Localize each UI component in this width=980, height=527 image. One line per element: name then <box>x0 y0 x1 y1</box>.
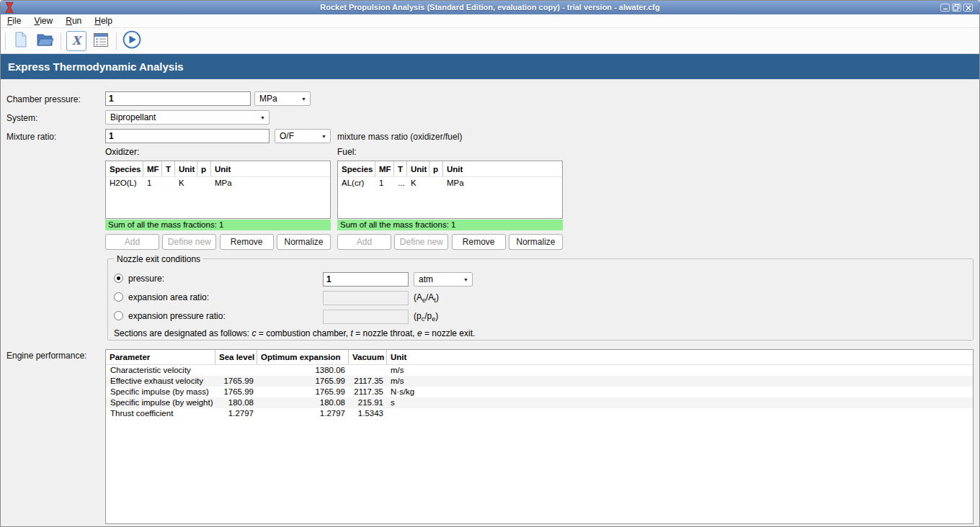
menu-help[interactable]: Help <box>88 15 119 27</box>
fuel-remove-button[interactable]: Remove <box>452 234 506 250</box>
mixture-ratio-input[interactable] <box>105 129 270 143</box>
species-row[interactable]: H2O(L)1KMPa <box>106 177 330 189</box>
column-header-t: T <box>162 161 175 176</box>
cell: 2117.35 <box>349 376 387 387</box>
cell: 1765.99 <box>215 387 257 397</box>
oxidizer-define-new-button[interactable]: Define new <box>162 234 216 250</box>
system-select[interactable]: Bipropellant ▼ <box>105 110 270 125</box>
minimize-button[interactable] <box>940 4 950 12</box>
run-button[interactable] <box>122 31 142 51</box>
menu-run[interactable]: Run <box>59 15 88 27</box>
column-header-p: p <box>429 161 443 176</box>
oxidizer-add-button[interactable]: Add <box>105 234 159 250</box>
nozzle-expansion-pressure-ratio-input[interactable] <box>323 310 409 324</box>
cell: 1.2797 <box>215 408 257 419</box>
fuel-normalize-button[interactable]: Normalize <box>509 234 563 250</box>
cell <box>429 177 443 189</box>
cell: 180.08 <box>257 397 349 408</box>
mixture-ratio-note: mixture mass ratio (oxidizer/fuel) <box>337 132 462 142</box>
column-header-vacuum: Vacuum <box>349 350 387 364</box>
chevron-down-icon: ▼ <box>463 274 468 286</box>
cell: 1 <box>375 177 394 189</box>
fuel-section: Fuel:SpeciesMFTUnitpUnitAL(cr)1...KMPaSu… <box>337 147 563 255</box>
sections-note: Sections are designated as follows: c = … <box>114 328 475 338</box>
nozzle-pressure-unit-select[interactable]: atm▼ <box>414 272 473 287</box>
cell: Specific impulse (by mass) <box>106 387 215 397</box>
selected-value: O/F <box>280 131 294 141</box>
oxidizer-section: Oxidizer:SpeciesMFTUnitpUnitH2O(L)1KMPaS… <box>105 147 331 255</box>
fuel-species-table: SpeciesMFTUnitpUnitAL(cr)1...KMPa <box>337 161 563 219</box>
menu-file[interactable]: File <box>1 15 27 27</box>
cell: 1765.99 <box>257 376 349 387</box>
oxidizer-mass-fraction-sum: Sum of all the mass fractions: 1 <box>105 220 331 230</box>
nozzle-expansion-pressure-ratio-suffix: (pc/pe) <box>414 311 438 324</box>
new-file-button[interactable] <box>11 31 31 51</box>
restore-button[interactable] <box>952 4 961 12</box>
run-play-icon <box>122 30 141 51</box>
chevron-down-icon: ▼ <box>321 130 326 143</box>
species-list-icon <box>94 33 108 49</box>
cell: MPa <box>211 177 330 189</box>
nozzle-pressure-radio[interactable] <box>114 274 123 283</box>
fuel-define-new-button[interactable]: Define new <box>394 234 448 250</box>
column-header-t: T <box>394 161 407 176</box>
cell: MPa <box>443 177 562 189</box>
nozzle-pressure-label[interactable]: pressure: <box>128 274 164 284</box>
selected-value: Bipropellant <box>110 112 156 122</box>
mixture-ratio-label: Mixture ratio: <box>6 132 56 142</box>
species-table-header: SpeciesMFTUnitpUnit <box>106 161 330 177</box>
fuel-buttons: AddDefine newRemoveNormalize <box>337 234 563 250</box>
oxidizer-normalize-button[interactable]: Normalize <box>277 234 331 250</box>
table-row: Effective exhaust velocity1765.991765.99… <box>106 376 973 387</box>
cell: 1380.06 <box>257 365 349 376</box>
cell: ... <box>394 177 407 189</box>
species-row[interactable]: AL(cr)1...KMPa <box>338 177 562 189</box>
nozzle-expansion-pressure-ratio-radio[interactable] <box>114 311 123 320</box>
species-table-header: SpeciesMFTUnitpUnit <box>338 161 562 177</box>
engine-table-header: ParameterSea levelOptimum expansionVacuu… <box>106 350 973 365</box>
nozzle-pressure-input[interactable] <box>323 272 409 287</box>
engine-performance-label: Engine performance: <box>6 351 86 361</box>
close-button[interactable] <box>963 4 973 12</box>
chamber-pressure-unit-select[interactable]: MPa ▼ <box>254 91 311 106</box>
column-header-parameter: Parameter <box>106 350 215 364</box>
cell: K <box>175 177 197 189</box>
species-list-button[interactable] <box>91 31 111 51</box>
cell: Thrust coefficient <box>106 408 215 419</box>
table-row: Thrust coefficient1.27971.27971.5343 <box>106 408 973 419</box>
nozzle-expansion-pressure-ratio-label[interactable]: expansion pressure ratio: <box>128 311 226 321</box>
nozzle-expansion-area-ratio-suffix: (Ae/At) <box>414 292 439 305</box>
column-header-species: Species <box>338 161 375 176</box>
oxidizer-species-table: SpeciesMFTUnitpUnitH2O(L)1KMPa <box>105 161 331 219</box>
cell: N·s/kg <box>387 387 973 397</box>
cell <box>215 365 257 376</box>
nozzle-expansion-area-ratio-label[interactable]: expansion area ratio: <box>128 292 209 302</box>
express-analysis-button[interactable]: X <box>66 31 86 51</box>
mixture-ratio-unit-select[interactable]: O/F ▼ <box>275 129 331 143</box>
express-x-icon: X <box>72 34 81 48</box>
chamber-pressure-input[interactable] <box>105 91 251 106</box>
oxidizer-buttons: AddDefine newRemoveNormalize <box>105 234 331 250</box>
cell: 1.2797 <box>257 408 349 419</box>
column-header-unit: Unit <box>407 161 429 176</box>
cell: 180.08 <box>215 397 257 408</box>
titlebar[interactable]: Rocket Propulsion Analysis (Standard Edi… <box>1 1 979 14</box>
cell: s <box>387 397 973 408</box>
cell <box>162 177 175 189</box>
engine-performance-table: ParameterSea levelOptimum expansionVacuu… <box>105 349 974 524</box>
open-file-button[interactable] <box>35 31 55 51</box>
nozzle-legend: Nozzle exit conditions <box>114 254 203 264</box>
nozzle-expansion-area-ratio-radio[interactable] <box>114 292 123 302</box>
nozzle-expansion-area-ratio-input[interactable] <box>323 291 409 305</box>
oxidizer-remove-button[interactable]: Remove <box>220 234 274 250</box>
cell: 2117.35 <box>349 387 387 397</box>
toolbar-separator <box>61 32 61 50</box>
fuel-add-button[interactable]: Add <box>337 234 391 250</box>
column-header-mf: MF <box>143 161 162 176</box>
menu-view[interactable]: View <box>27 15 59 27</box>
cell: Specific impulse (by weight) <box>106 397 215 408</box>
open-folder-icon <box>37 32 54 49</box>
table-row: Characteristic velocity1380.06m/s <box>106 365 973 376</box>
page-title: Express Thermodynamic Analysis <box>8 60 184 73</box>
window-title: Rocket Propulsion Analysis (Standard Edi… <box>1 1 979 14</box>
